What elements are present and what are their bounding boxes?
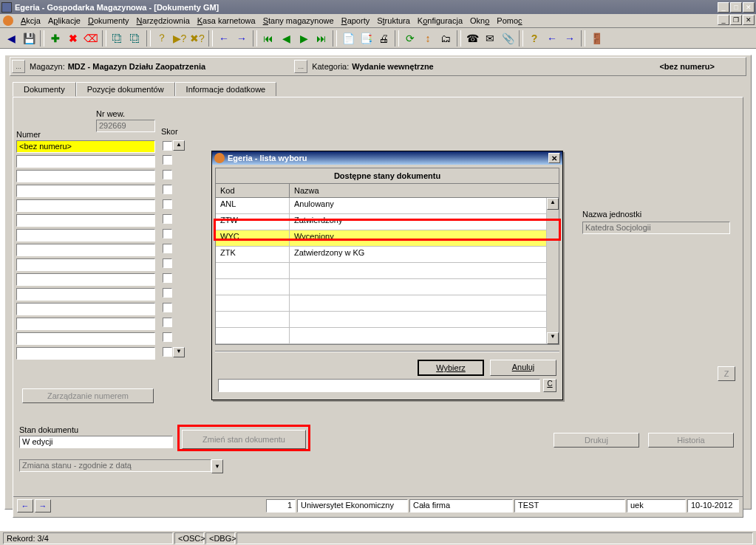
numer-row[interactable] [16, 332, 155, 345]
grid-scroll-down-icon[interactable]: ▼ [547, 332, 559, 344]
tool-print-icon[interactable]: 🖨 [375, 30, 392, 47]
tool-sort-icon[interactable]: ↕ [420, 30, 436, 47]
grid-row-empty[interactable] [216, 328, 547, 344]
anuluj-button[interactable]: Anuluj [490, 360, 556, 376]
tool-attach-icon[interactable]: 📎 [500, 30, 516, 47]
tool-next-icon[interactable]: ▶ [296, 30, 312, 47]
skor-check[interactable] [163, 214, 172, 224]
tool-prev-icon[interactable]: ◀ [278, 30, 294, 47]
maximize-button[interactable]: □ [730, 2, 742, 13]
tool-cancel-icon[interactable]: ✖? [189, 30, 205, 47]
skor-check[interactable] [163, 347, 172, 357]
skor-check[interactable] [163, 332, 172, 342]
numer-row[interactable] [16, 199, 155, 212]
skor-check[interactable] [163, 185, 172, 194]
tool-nav2-left-icon[interactable]: ← [544, 30, 560, 47]
grid-row-empty[interactable] [216, 279, 547, 295]
tool-nav-left-icon[interactable]: ← [216, 30, 232, 47]
tool-search-icon[interactable]: ？ [154, 30, 170, 47]
tab-pozycje[interactable]: Pozycje dokumentów [76, 82, 175, 96]
numer-row[interactable] [16, 185, 155, 197]
numer-row[interactable] [16, 303, 155, 315]
numer-row[interactable] [16, 258, 155, 271]
tool-doc2-icon[interactable]: 📑 [358, 30, 374, 47]
mdi-minimize[interactable]: _ [718, 15, 729, 25]
tool-exec-icon[interactable]: ▶? [171, 30, 188, 47]
mdi-close[interactable]: ✕ [743, 15, 755, 25]
skor-check[interactable] [163, 229, 172, 239]
kategoria-picker[interactable]: … [294, 60, 307, 73]
skor-check[interactable] [163, 170, 172, 179]
skor-check[interactable] [163, 155, 172, 165]
zmien-stan-button[interactable]: Zmień stan dokumentu [182, 430, 306, 449]
menu-akcja[interactable]: Akcja [21, 16, 41, 25]
grid-row-empty[interactable] [216, 312, 547, 328]
nav-prev-icon[interactable]: ← [17, 499, 33, 513]
skor-check[interactable] [163, 318, 172, 327]
skor-check[interactable] [163, 303, 172, 312]
grid-scroll-up-icon[interactable]: ▲ [547, 198, 559, 210]
scroll-up-icon[interactable]: ▲ [173, 140, 185, 151]
tool-phone-icon[interactable]: ☎ [464, 30, 480, 47]
tool-refresh-icon[interactable]: ⟳ [402, 30, 418, 47]
tool-nav-right-icon[interactable]: → [234, 30, 250, 47]
close-button[interactable]: ✕ [743, 2, 755, 13]
combo-dropdown-icon[interactable]: ▼ [211, 459, 223, 473]
zmiana-stanu-combo[interactable]: Zmiana stanu - zgodnie z datą [19, 459, 211, 472]
c-button[interactable]: C [543, 379, 556, 392]
numer-row[interactable] [16, 288, 155, 301]
menu-kasa[interactable]: Kasa karnetowa [197, 16, 256, 25]
tool-copy-icon[interactable]: ⿻ [109, 30, 126, 47]
nav-next-icon[interactable]: → [35, 499, 51, 513]
skor-check[interactable] [163, 258, 172, 268]
numer-row[interactable] [16, 273, 155, 286]
tool-mail-icon[interactable]: ✉ [482, 30, 498, 47]
zarzadzanie-button[interactable]: Zarządzanie numerem [22, 388, 154, 403]
tool-first-icon[interactable]: ⏮ [260, 30, 276, 47]
menu-dokumenty[interactable]: Dokumenty [88, 16, 129, 25]
tool-doc1-icon[interactable]: 📄 [340, 30, 356, 47]
tool-copy2-icon[interactable]: ⿻ [127, 30, 143, 47]
grid-row[interactable]: ANL Anulowany [216, 198, 547, 214]
grid-row-ztw[interactable]: ZTW Zatwierdzony [216, 214, 547, 230]
mdi-restore[interactable]: ❐ [730, 15, 742, 25]
skor-check[interactable] [163, 288, 172, 298]
numer-row[interactable] [16, 318, 155, 330]
dialog-close-button[interactable]: ✕ [548, 153, 560, 163]
tool-left-icon[interactable]: ◀ [3, 30, 19, 47]
menu-konfiguracja[interactable]: Konfiguracja [418, 16, 463, 25]
tool-clear-icon[interactable]: ⌫ [83, 30, 99, 47]
tool-nav2-right-icon[interactable]: → [562, 30, 578, 47]
skor-check[interactable] [163, 199, 172, 209]
dialog-search-input[interactable] [218, 379, 540, 392]
numer-row[interactable] [16, 347, 155, 360]
skor-check[interactable] [163, 273, 172, 283]
magazyn-picker[interactable]: … [12, 60, 25, 73]
tool-last-icon[interactable]: ⏭ [313, 30, 330, 47]
numer-row[interactable] [16, 244, 155, 256]
tool-tree-icon[interactable]: 🗂 [437, 30, 454, 47]
numer-row[interactable] [16, 229, 155, 241]
drukuj-button[interactable]: Drukuj [554, 433, 639, 448]
tool-exit-icon[interactable]: 🚪 [588, 30, 605, 47]
menu-raporty[interactable]: Raporty [341, 16, 370, 25]
historia-button[interactable]: Historia [648, 433, 734, 448]
grid-row-selected[interactable]: WYC Wyceniony [216, 230, 547, 247]
wybierz-button[interactable]: Wybierz [418, 360, 484, 376]
tool-help-icon[interactable]: ? [526, 30, 542, 47]
skor-check[interactable] [163, 244, 172, 253]
menu-aplikacje[interactable]: Aplikacje [48, 16, 81, 25]
tab-dokumenty[interactable]: Dokumenty [13, 82, 76, 97]
menu-pomoc[interactable]: Pomoc [497, 16, 522, 25]
menu-okno[interactable]: Okno [470, 16, 489, 25]
grid-row[interactable]: ZTK Zatwierdzony w KG [216, 247, 547, 263]
scroll-down-icon[interactable]: ▼ [173, 347, 185, 357]
minimize-button[interactable]: _ [718, 2, 729, 13]
menu-struktura[interactable]: Struktura [377, 16, 410, 25]
numer-row[interactable] [16, 155, 155, 168]
menu-narzedziownia[interactable]: Narzędziownia [137, 16, 190, 25]
grid-row-empty[interactable] [216, 295, 547, 312]
numer-row-0[interactable]: <bez numeru> [16, 140, 155, 153]
tab-informacje[interactable]: Informacje dodatkowe [175, 82, 277, 96]
menu-stany[interactable]: Stany magazynowe [263, 16, 334, 25]
